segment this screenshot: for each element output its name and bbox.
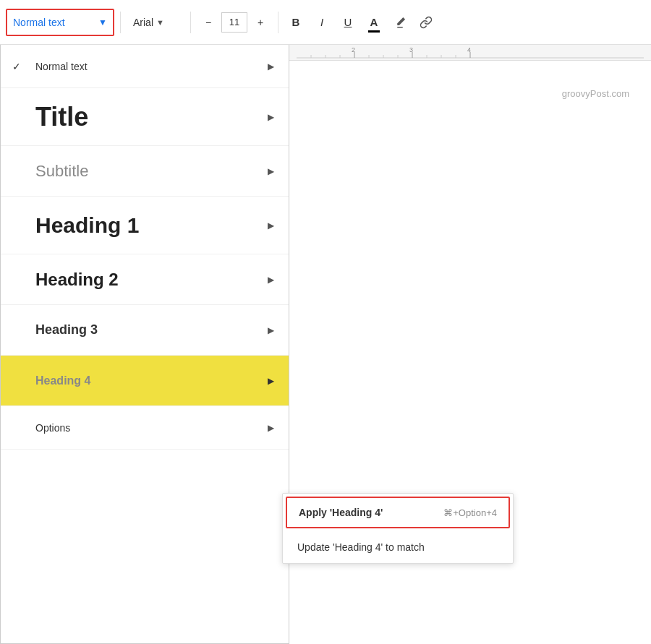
svg-text:3: 3 xyxy=(409,46,413,53)
menu-item-h1[interactable]: Heading 1 ▶ xyxy=(1,197,289,254)
increase-font-button[interactable]: + xyxy=(249,11,272,34)
toolbar: Normal text ▼ Arial ▼ − + B I U A xyxy=(0,0,651,45)
submenu-update-label: Update 'Heading 4' to match xyxy=(297,541,425,553)
menu-item-normal[interactable]: ✓ Normal text ▶ xyxy=(1,45,289,88)
arrow-icon-h1: ▶ xyxy=(268,220,274,231)
dropdown-items: ✓ Normal text ▶ Title ▶ Subtitle ▶ Headi… xyxy=(1,45,289,450)
submenu-popup: Apply 'Heading 4' ⌘+Option+4 Update 'Hea… xyxy=(282,493,514,564)
menu-item-options[interactable]: Options ▶ xyxy=(1,406,289,450)
menu-label-h2: Heading 2 xyxy=(35,270,119,290)
style-dropdown-label: Normal text xyxy=(13,17,95,28)
toolbar-divider-2 xyxy=(190,12,191,33)
toolbar-divider-1 xyxy=(120,12,121,33)
highlight-icon xyxy=(393,16,407,29)
menu-item-h4[interactable]: Heading 4 ▶ xyxy=(1,356,289,406)
main-container: Normal text ▼ Arial ▼ − + B I U A xyxy=(0,0,651,644)
menu-item-subtitle[interactable]: Subtitle ▶ xyxy=(1,146,289,197)
italic-button[interactable]: I xyxy=(310,11,333,34)
submenu-apply-label: Apply 'Heading 4' xyxy=(299,507,383,518)
menu-label-normal: Normal text xyxy=(35,61,88,72)
style-dropdown[interactable]: Normal text ▼ xyxy=(6,9,114,36)
menu-item-h2[interactable]: Heading 2 ▶ xyxy=(1,254,289,305)
underline-button[interactable]: U xyxy=(336,11,359,34)
toolbar-divider-3 xyxy=(278,12,278,33)
menu-label-h1: Heading 1 xyxy=(35,213,139,238)
font-size-input[interactable] xyxy=(221,12,247,33)
menu-label-h3: Heading 3 xyxy=(35,322,98,338)
ruler-svg: 2 3 4 xyxy=(297,45,644,61)
submenu-update[interactable]: Update 'Heading 4' to match xyxy=(283,531,513,563)
arrow-icon-title: ▶ xyxy=(268,112,274,122)
menu-item-title[interactable]: Title ▶ xyxy=(1,88,289,146)
menu-label-h4: Heading 4 xyxy=(35,374,90,387)
submenu-apply[interactable]: Apply 'Heading 4' ⌘+Option+4 xyxy=(286,497,510,528)
bold-button[interactable]: B xyxy=(284,11,307,34)
arrow-icon-h4: ▶ xyxy=(268,376,274,386)
font-size-box: − + xyxy=(197,11,272,34)
menu-item-h3[interactable]: Heading 3 ▶ xyxy=(1,305,289,356)
arrow-icon-subtitle: ▶ xyxy=(268,166,274,176)
menu-label-title: Title xyxy=(35,102,88,132)
dropdown-panel: ✓ Normal text ▶ Title ▶ Subtitle ▶ Headi… xyxy=(0,0,289,644)
color-underline xyxy=(368,30,380,33)
link-icon xyxy=(420,16,433,29)
font-name: Arial xyxy=(133,17,153,28)
style-dropdown-arrow: ▼ xyxy=(98,17,107,27)
menu-label-subtitle: Subtitle xyxy=(35,162,88,181)
font-dropdown[interactable]: Arial ▼ xyxy=(127,9,184,36)
watermark: groovyPost.com xyxy=(562,88,629,99)
toolbar-right: B I U A xyxy=(284,11,438,34)
ruler: 2 3 4 xyxy=(289,45,651,61)
svg-text:2: 2 xyxy=(352,46,355,53)
check-icon: ✓ xyxy=(12,61,21,72)
link-button[interactable] xyxy=(414,11,438,34)
menu-label-options: Options xyxy=(35,422,70,434)
font-color-label: A xyxy=(370,16,378,28)
arrow-icon-h2: ▶ xyxy=(268,275,274,285)
font-dropdown-arrow: ▼ xyxy=(156,18,164,27)
arrow-icon-normal: ▶ xyxy=(268,61,274,72)
arrow-icon-h3: ▶ xyxy=(268,325,274,335)
submenu-apply-shortcut: ⌘+Option+4 xyxy=(443,507,497,518)
svg-text:4: 4 xyxy=(467,46,471,53)
font-color-button[interactable]: A xyxy=(362,11,386,34)
decrease-font-button[interactable]: − xyxy=(197,11,220,34)
highlight-button[interactable] xyxy=(388,11,412,34)
arrow-icon-options: ▶ xyxy=(268,423,274,433)
